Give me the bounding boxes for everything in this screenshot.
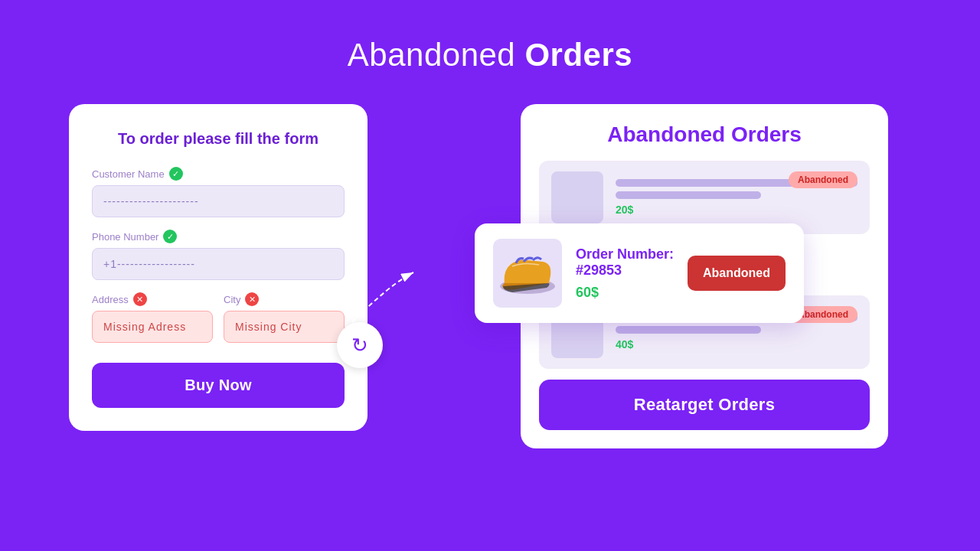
featured-thumb xyxy=(493,239,562,308)
address-city-row: Address ✕ City ✕ xyxy=(92,292,345,355)
abandoned-badge-1: Abandoned xyxy=(789,171,858,188)
city-label: City ✕ xyxy=(224,292,345,306)
arrow-svg xyxy=(329,269,421,330)
form-card: To order please fill the form Customer N… xyxy=(69,104,368,431)
featured-order-card: Order Number: #29853 60$ Abandoned xyxy=(475,223,804,323)
error-icon-city: ✕ xyxy=(245,292,259,306)
featured-order-price: 60$ xyxy=(576,285,688,301)
shoe-icon xyxy=(497,246,558,300)
city-input[interactable] xyxy=(224,311,345,343)
order-price-1: 20$ xyxy=(616,204,858,216)
check-icon-phone: ✓ xyxy=(163,230,177,243)
retarget-button[interactable]: Reatarget Orders xyxy=(539,380,870,430)
order-thumb-1 xyxy=(551,171,603,223)
customer-name-group: Customer Name ✓ xyxy=(92,167,345,217)
page-title: Abandoned Orders xyxy=(348,37,632,73)
featured-abandoned-button[interactable]: Abandoned xyxy=(688,256,786,291)
check-icon: ✓ xyxy=(169,167,183,181)
phone-group: Phone Number ✓ xyxy=(92,230,345,280)
phone-input[interactable] xyxy=(92,248,345,280)
sync-area: ↻ xyxy=(337,322,383,368)
address-group: Address ✕ xyxy=(92,292,213,343)
customer-name-input[interactable] xyxy=(92,185,345,217)
buy-now-button[interactable]: Buy Now xyxy=(92,363,345,408)
address-label: Address ✕ xyxy=(92,292,213,306)
order-line-3b xyxy=(616,326,761,334)
featured-info: Order Number: #29853 60$ xyxy=(576,246,688,301)
phone-label: Phone Number ✓ xyxy=(92,230,345,243)
city-group: City ✕ xyxy=(224,292,345,343)
featured-order-number: Order Number: #29853 xyxy=(576,246,688,279)
order-price-3: 40$ xyxy=(616,338,858,350)
panel-title: Abandoned Orders xyxy=(539,122,870,147)
error-icon-address: ✕ xyxy=(133,292,147,306)
main-content: To order please fill the form Customer N… xyxy=(69,104,911,448)
customer-name-label: Customer Name ✓ xyxy=(92,167,345,181)
address-input[interactable] xyxy=(92,311,213,343)
order-line-short xyxy=(616,191,761,199)
form-title: To order please fill the form xyxy=(92,129,345,148)
